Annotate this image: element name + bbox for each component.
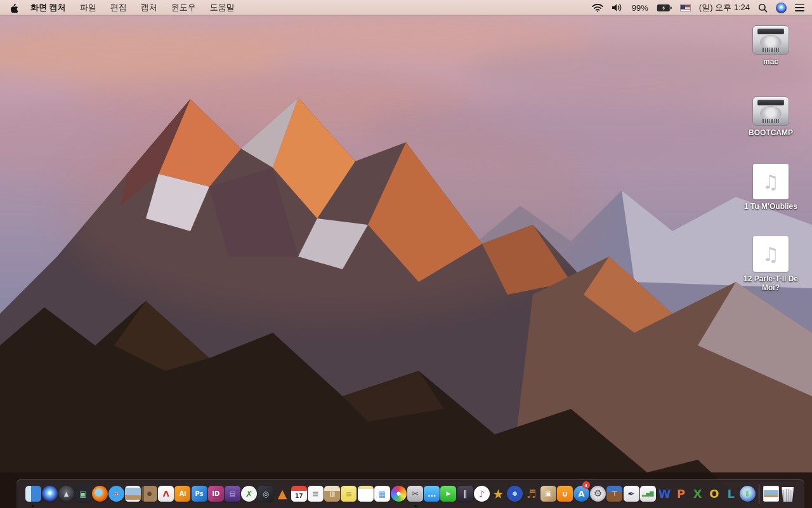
siri-icon[interactable]	[776, 3, 787, 13]
scrapbook-dock-icon[interactable]: ▣	[540, 480, 556, 508]
hard-drive-icon	[752, 97, 789, 126]
menu-help[interactable]: 도움말	[210, 2, 235, 13]
desktop-icon-audio-1[interactable]: ♫ 1 Tu M'Oublies	[738, 164, 804, 211]
finder-dock-icon[interactable]	[25, 480, 41, 508]
menu-file[interactable]: 파일	[80, 2, 96, 13]
menu-bar: 화면 캡처 파일 편집 캡처 윈도우 도움말 99%	[0, 0, 812, 15]
system-preferences-dock-icon[interactable]: ⚙	[590, 480, 606, 508]
green-x-app-dock-icon[interactable]: ✗	[241, 480, 258, 508]
dock-separator	[759, 484, 759, 504]
menu-capture[interactable]: 캡처	[141, 2, 157, 13]
battery-charging-icon[interactable]	[657, 4, 672, 12]
itunes-dock-icon[interactable]: ♪	[473, 480, 490, 508]
word-dock-icon[interactable]: W	[656, 480, 672, 508]
vlc-dock-icon[interactable]: ▲	[274, 480, 291, 508]
lync-dock-icon[interactable]: L	[723, 480, 739, 508]
audio-file-icon: ♫	[753, 236, 789, 272]
powerpoint-dock-icon[interactable]: P	[673, 480, 690, 508]
downloader-dock-icon[interactable]: ⇩	[739, 480, 756, 508]
messages-dock-icon[interactable]: …	[424, 480, 440, 508]
hard-drive-icon	[752, 25, 789, 55]
audio-file-icon: ♫	[753, 164, 789, 199]
grab-screen-capture-dock-icon[interactable]: ✂	[407, 480, 424, 508]
running-indicator	[414, 505, 417, 507]
reminders-dock-icon[interactable]: ≡	[307, 480, 324, 508]
outlook-dock-icon[interactable]: O	[706, 480, 723, 508]
mission-control-dock-icon[interactable]: ▣	[75, 480, 91, 508]
notepad-dock-icon[interactable]	[357, 480, 374, 508]
music-note-icon: ♫	[763, 243, 780, 265]
garageband-dock-icon[interactable]: ♬	[523, 480, 540, 508]
firefox-dock-icon[interactable]	[91, 480, 108, 508]
input-source-flag-icon[interactable]	[680, 4, 691, 11]
illustrator-dock-icon[interactable]: Ai	[174, 480, 191, 508]
launchpad-dock-icon[interactable]: ▲	[58, 480, 75, 508]
menu-window[interactable]: 윈도우	[171, 2, 196, 13]
contacts-dock-icon[interactable]: ●	[141, 480, 158, 508]
menu-edit[interactable]: 편집	[110, 2, 127, 13]
running-indicator	[32, 505, 34, 507]
calendar-dock-icon[interactable]: 17	[291, 480, 307, 508]
desktop-icon-audio-2[interactable]: ♫ 12 Parle-T-Il De Moi?	[738, 236, 804, 292]
app-store-badge: 4	[582, 481, 590, 489]
battery-percent: 99%	[632, 3, 648, 13]
clock[interactable]: (일) 오후 1:24	[699, 2, 750, 13]
dock: ▲▣✦●ΛAiPsID▤✗◎▲17≡▥≡▦✂…▶‖♪★♬▣∪A4⚙⊤✒▂▅▇WP…	[16, 479, 804, 508]
photoshop-dock-icon[interactable]: Ps	[191, 480, 207, 508]
desktop-icon-mac[interactable]: mac	[738, 25, 804, 66]
indesign-dock-icon[interactable]: ID	[207, 480, 224, 508]
notification-center-icon[interactable]	[795, 4, 804, 11]
archive-utility-dock-icon[interactable]: ▥	[324, 480, 341, 508]
siri-dock-icon[interactable]	[41, 480, 58, 508]
wifi-icon[interactable]	[592, 3, 603, 12]
downloaded-image-file-dock-icon[interactable]	[763, 480, 779, 508]
desktop-icon-label: 1 Tu M'Oublies	[738, 202, 804, 211]
stickies-dock-icon[interactable]: ≡	[341, 480, 357, 508]
spotlight-search-icon[interactable]	[758, 3, 768, 13]
keynote-dock-icon[interactable]: ⊤	[606, 480, 623, 508]
safari-dock-icon[interactable]: ✦	[108, 480, 124, 508]
toast-dock-icon[interactable]: ▤	[224, 480, 240, 508]
photo-booth-dock-icon[interactable]: ‖	[457, 480, 473, 508]
music-note-icon: ♫	[763, 171, 780, 193]
facetime-dock-icon[interactable]: ▶	[440, 480, 457, 508]
desktop-icon-label: mac	[738, 57, 804, 66]
excel-dock-icon[interactable]: X	[690, 480, 706, 508]
desktop-icon-label: 12 Parle-T-Il De Moi?	[738, 274, 804, 292]
idvd-dock-icon[interactable]	[507, 480, 523, 508]
disc-burner-dock-icon[interactable]: ◎	[258, 480, 274, 508]
numbers-dock-icon[interactable]: ▂▅▇	[639, 480, 656, 508]
pages-dock-icon[interactable]: ✒	[623, 480, 639, 508]
apple-menu[interactable]	[9, 3, 18, 13]
imovie-dock-icon[interactable]: ★	[490, 480, 506, 508]
photos-dock-icon[interactable]	[390, 480, 407, 508]
trash-full-dock-icon[interactable]	[780, 480, 796, 508]
active-app-menu[interactable]: 화면 캡처	[30, 2, 66, 13]
desktop-icon-bootcamp[interactable]: BOOTCAMP	[738, 97, 804, 137]
ibooks-dock-icon[interactable]: ∪	[556, 480, 573, 508]
acrobat-reader-dock-icon[interactable]: Λ	[158, 480, 174, 508]
app-store-dock-icon[interactable]: A4	[573, 480, 589, 508]
volume-icon[interactable]	[612, 3, 624, 12]
desktop-icon-label: BOOTCAMP	[738, 128, 804, 137]
document-viewer-dock-icon[interactable]: ▦	[374, 480, 390, 508]
preview-dock-icon[interactable]	[124, 480, 141, 508]
desktop-wallpaper	[0, 0, 812, 508]
